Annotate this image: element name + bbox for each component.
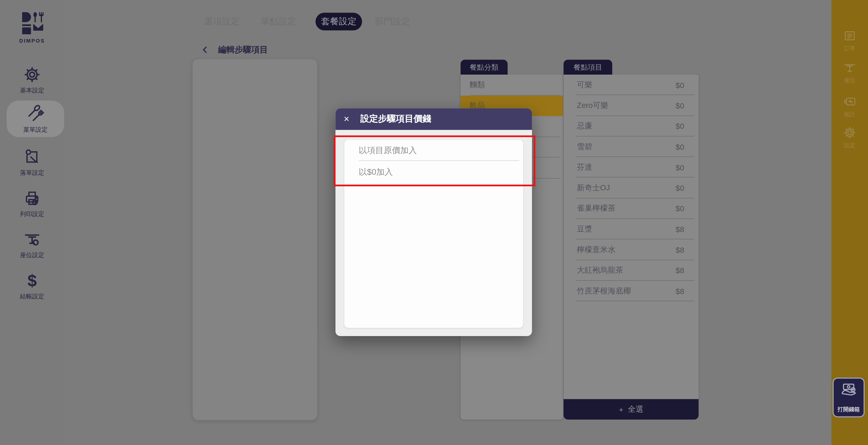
printer-icon xyxy=(23,189,41,208)
sidebar: DIMPOS 基本設定 菜單設定 xyxy=(0,0,64,445)
menu-item-price: $0 xyxy=(676,101,684,110)
menu-item-name: 芬達 xyxy=(577,162,592,172)
cutlery-icon xyxy=(26,104,45,123)
step-items-empty-panel xyxy=(193,59,317,420)
menu-item-name: 雪碧 xyxy=(577,142,592,152)
menu-item-price: $0 xyxy=(676,204,684,213)
select-all-button[interactable]: + 全選 xyxy=(563,399,699,419)
sidebar-item-label: 落單設定 xyxy=(20,168,44,177)
table-icon xyxy=(23,230,41,248)
menu-item-row[interactable]: 新奇士OJ$0 xyxy=(563,178,699,198)
menu-item-name: 大紅袍烏龍茶 xyxy=(577,266,623,276)
app-root: DIMPOS 基本設定 菜單設定 xyxy=(0,0,868,445)
rail-item-settings[interactable]: 設定 xyxy=(832,126,868,152)
rail-item-label: 統計 xyxy=(844,110,856,118)
sidebar-item-label: 基本設定 xyxy=(20,86,44,94)
menu-item-name: 可樂 xyxy=(577,80,592,90)
menu-item-price: $0 xyxy=(676,122,684,131)
menu-item-price: $0 xyxy=(676,163,684,172)
dollar-icon: $ xyxy=(23,271,41,290)
brand-logo: DIMPOS xyxy=(0,11,64,44)
open-cash-drawer-label: 打開錢箱 xyxy=(838,406,860,413)
brand-name: DIMPOS xyxy=(19,38,45,44)
order-settings-icon xyxy=(23,147,41,166)
menu-item-row[interactable]: Zero可樂$0 xyxy=(563,95,699,116)
sidebar-item-order-settings[interactable]: 落單設定 xyxy=(0,144,64,180)
rail-item-seats[interactable]: 座位 xyxy=(832,61,868,88)
sidebar-item-label: 列印設定 xyxy=(20,210,44,218)
menu-item-price: $0 xyxy=(676,183,684,192)
close-icon[interactable]: × xyxy=(344,108,356,130)
menu-item-price: $8 xyxy=(676,225,684,234)
annotation-highlight-box xyxy=(334,136,535,186)
dimpos-logo-icon xyxy=(20,11,44,35)
menu-item-name: Zero可樂 xyxy=(577,101,609,111)
tab-option-settings[interactable]: 選項設定 xyxy=(203,13,241,30)
menu-item-name: 雀巢檸檬茶 xyxy=(577,204,616,214)
select-all-label: 全選 xyxy=(628,405,643,415)
page-title: 編輯步驟項目 xyxy=(218,45,268,55)
back-chevron-icon[interactable] xyxy=(201,45,210,54)
tab-single-item-settings[interactable]: 單點設定 xyxy=(259,13,297,30)
menu-item-name: 新奇士OJ xyxy=(577,183,610,193)
sidebar-item-seat-settings[interactable]: 座位設定 xyxy=(0,226,64,263)
menu-item-row[interactable]: 忌廉$0 xyxy=(563,116,699,137)
rail-item-label: 座位 xyxy=(844,77,856,85)
settings-gear-icon xyxy=(842,126,857,140)
seats-icon xyxy=(842,61,857,75)
modal-header: × 設定步驟項目價錢 xyxy=(336,108,532,130)
menu-item-name: 忌廉 xyxy=(577,121,592,131)
sidebar-item-label: 座位設定 xyxy=(20,251,44,259)
menu-item-price: $8 xyxy=(676,266,684,275)
tab-combo-settings[interactable]: 套餐設定 xyxy=(315,13,362,30)
plus-icon: + xyxy=(619,405,624,414)
menu-item-row[interactable]: 檸檬薏米水$8 xyxy=(563,240,699,260)
sidebar-item-label: 菜單設定 xyxy=(23,125,48,133)
rail-item-label: 設定 xyxy=(844,141,856,149)
menu-item-row[interactable]: 大紅袍烏龍茶$8 xyxy=(563,260,699,281)
menu-item-name: 竹蔗茅根海底椰 xyxy=(577,286,631,296)
menu-item-price: $8 xyxy=(676,245,684,254)
menu-item-price: $0 xyxy=(676,142,684,151)
categories-panel-title: 餐點分類 xyxy=(461,60,507,75)
menu-item-row[interactable]: 竹蔗茅根海底椰$8 xyxy=(563,281,699,302)
cash-drawer-icon xyxy=(839,381,858,400)
open-cash-drawer-button[interactable]: 打開錢箱 xyxy=(833,378,865,417)
menu-items-panel-title: 餐點項目 xyxy=(563,60,612,75)
menu-item-price: $8 xyxy=(676,287,684,296)
menu-item-name: 檸檬薏米水 xyxy=(577,245,616,255)
category-row[interactable]: 麵類 xyxy=(461,75,563,95)
menu-item-row[interactable]: 可樂$0 xyxy=(563,75,699,95)
menu-items-panel: 餐點項目 可樂$0 Zero可樂$0 忌廉$0 雪碧$0 芬達$0 新奇士OJ$… xyxy=(563,60,699,419)
menu-item-row[interactable]: 雀巢檸檬茶$0 xyxy=(563,198,699,219)
menu-item-name: 豆漿 xyxy=(577,224,592,234)
menu-item-row[interactable]: 雪碧$0 xyxy=(563,137,699,157)
menu-items-list: 可樂$0 Zero可樂$0 忌廉$0 雪碧$0 芬達$0 新奇士OJ$0 雀巢檸… xyxy=(563,75,699,399)
sidebar-item-checkout-settings[interactable]: $ 結帳設定 xyxy=(0,268,64,304)
orders-icon xyxy=(842,29,857,43)
gear-icon xyxy=(23,65,41,84)
modal-title: 設定步驟項目價錢 xyxy=(361,113,431,125)
menu-item-price: $0 xyxy=(676,80,684,89)
sidebar-item-basic-settings[interactable]: 基本設定 xyxy=(0,62,64,98)
tab-department-settings[interactable]: 部門設定 xyxy=(374,13,411,30)
rail-item-stats[interactable]: 統計 xyxy=(832,95,868,121)
menu-item-row[interactable]: 豆漿$8 xyxy=(563,219,699,240)
rail-item-label: 訂單 xyxy=(844,45,856,53)
sidebar-item-label: 結帳設定 xyxy=(20,292,44,301)
stats-icon xyxy=(842,95,857,109)
rail-item-orders[interactable]: 訂單 xyxy=(832,29,868,55)
sidebar-item-print-settings[interactable]: 列印設定 xyxy=(0,185,64,221)
sidebar-item-menu-settings[interactable]: 菜單設定 xyxy=(7,101,64,137)
menu-item-row[interactable]: 芬達$0 xyxy=(563,157,699,178)
